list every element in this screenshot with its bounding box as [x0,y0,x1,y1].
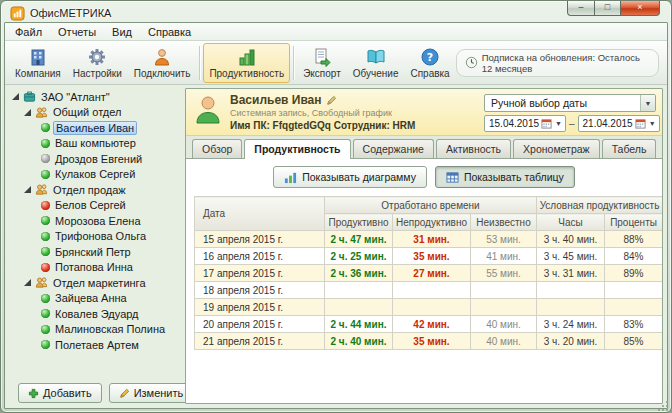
table-row[interactable]: 18 апреля 2015 г. [195,282,663,299]
show-diagram-button[interactable]: Показывать диаграмму [273,166,427,188]
tab-productivity[interactable]: Продуктивность [244,139,350,159]
cell-productive: 2 ч. 44 мин. [325,316,393,333]
date-to-value: 21.04.2015 [583,118,633,129]
table-row[interactable]: 15 апреля 2015 г.2 ч. 47 мин.31 мин.53 м… [195,231,663,248]
menu-reports[interactable]: Отчеты [50,25,104,39]
left-footer: Добавить Изменить [9,380,181,404]
cell-unknown [471,282,537,299]
tree-item[interactable]: Морозова Елена [9,213,181,229]
company-button[interactable]: Компания [9,43,67,83]
tree-item[interactable]: Трифонова Ольга [9,229,181,245]
status-dot-red [41,201,50,210]
employee-pc-label: Имя ПК: FfqgtedGQq Сотрудник: HRM [230,120,478,131]
menu-help[interactable]: Справка [140,25,199,39]
settings-button[interactable]: Настройки [67,43,128,83]
status-dot-red [41,263,50,272]
maximize-button[interactable]: □ [594,1,620,16]
toolbar: КомпанияНастройкиПодключитьПродуктивност… [5,41,667,85]
cell-productive: 2 ч. 47 мин. [325,231,393,248]
tree-root[interactable]: ЗАО "Атлант" [9,89,181,105]
cell-hours: 3 ч. 40 мин. [537,231,605,248]
cell-unproductive: 27 мин. [393,265,471,282]
tree-group[interactable]: Отдел продаж [9,182,181,198]
date-to-field[interactable]: 21.04.2015 ▼ [578,115,660,132]
table-row[interactable]: 20 апреля 2015 г.2 ч. 44 мин.42 мин.40 м… [195,316,663,333]
connect-button-label: Подключить [134,68,191,79]
date-from-field[interactable]: 15.04.2015 ▼ [484,115,566,132]
cell-date: 21 апреля 2015 г. [195,333,325,350]
menu-file[interactable]: Файл [7,25,50,39]
cell-unknown: 40 мин. [471,316,537,333]
show-table-label: Показывать таблицу [464,171,564,183]
cell-productive: 2 ч. 36 мин. [325,265,393,282]
status-dot-green [41,309,50,318]
help-button[interactable]: ?Справка [404,43,455,83]
show-table-button[interactable]: Показывать таблицу [435,166,575,188]
tree-item[interactable]: Полетаев Артем [9,337,181,353]
tree-item-label: Белов Сергей [53,199,128,211]
tree-item[interactable]: Белов Сергей [9,198,181,214]
tab-timekeeping[interactable]: Хронометраж [513,139,600,158]
date-mode-select[interactable]: Ручной выбор даты ▼ [484,94,656,112]
tree-item[interactable]: Зайцева Анна [9,291,181,307]
add-button[interactable]: Добавить [18,383,102,403]
tree-item[interactable]: Кулаков Сергей [9,167,181,183]
table-row[interactable]: 17 апреля 2015 г.2 ч. 36 мин.27 мин.55 м… [195,265,663,282]
employee-tree: ЗАО "Атлант"Общий отделВасильев ИванВаш … [9,88,181,380]
calendar-icon [541,118,552,129]
table-row[interactable]: 21 апреля 2015 г.2 ч. 40 мин.35 мин.40 м… [195,333,663,350]
app-icon [10,6,25,21]
titlebar[interactable]: ОфисМЕТРИКА – □ × [4,1,668,22]
tab-overview[interactable]: Обзор [192,139,242,158]
toolbar-buttons: КомпанияНастройкиПодключитьПродуктивност… [9,43,456,83]
close-button[interactable]: × [620,1,660,16]
tree-item[interactable]: Брянский Петр [9,244,181,260]
expand-arrow-icon[interactable] [23,108,32,117]
column-header-date: Дата [195,197,325,231]
productivity-button-label: Продуктивность [209,68,284,79]
minimize-button[interactable]: – [567,1,594,16]
expand-arrow-icon[interactable] [23,185,32,194]
tab-activity[interactable]: Активность [436,139,511,158]
education-button-label: Обучение [353,68,399,79]
cell-unknown: 41 мин. [471,248,537,265]
tree-root-label: ЗАО "Атлант" [39,91,112,103]
edit-button[interactable]: Изменить [109,383,194,403]
expand-arrow-icon[interactable] [23,278,32,287]
tree-item-label: Кулаков Сергей [53,168,137,180]
tree-group[interactable]: Отдел маркетинга [9,275,181,291]
cell-date: 20 апреля 2015 г. [195,316,325,333]
productivity-button[interactable]: Продуктивность [203,43,290,83]
subscription-status: Подписка на обновления: Осталось 12 меся… [456,49,659,77]
tree-item[interactable]: Потапова Инна [9,260,181,276]
tree-item-label: Васильев Иван [53,121,137,135]
resize-grip[interactable] [657,398,669,410]
tree-item[interactable]: Ваш компьютер [9,136,181,152]
cell-productive [325,299,393,316]
tree-company-icon [23,90,36,103]
tab-timesheet[interactable]: Табель [602,139,657,158]
export-button-label: Экспорт [303,68,341,79]
expand-arrow-icon[interactable] [11,92,20,101]
cell-unproductive: 31 мин. [393,231,471,248]
table-row[interactable]: 19 апреля 2015 г. [195,299,663,316]
left-panel: ЗАО "Атлант"Общий отделВасильев ИванВаш … [9,88,181,404]
clock-icon [465,56,478,69]
edit-name-icon[interactable] [326,95,337,106]
tree-item[interactable]: Ковалев Эдуард [9,306,181,322]
tree-item[interactable]: Дроздов Евгений [9,151,181,167]
employee-name: Васильев Иван [230,93,322,107]
export-button[interactable]: Экспорт [297,43,347,83]
table-row[interactable]: 16 апреля 2015 г.2 ч. 25 мин.35 мин.41 м… [195,248,663,265]
date-mode-value: Ручной выбор даты [491,97,587,109]
menu-view[interactable]: Вид [104,25,140,39]
education-button[interactable]: Обучение [347,43,405,83]
tree-group[interactable]: Общий отдел [9,105,181,121]
tree-item[interactable]: Васильев Иван [9,120,181,136]
employee-header: Васильев Иван Системная запись, Свободны… [186,89,662,136]
body-area: ЗАО "Атлант"Общий отделВасильев ИванВаш … [5,85,667,408]
tree-item[interactable]: Малиновская Полина [9,322,181,338]
connect-button[interactable]: Подключить [128,43,197,83]
tab-content[interactable]: Содержание [353,139,434,158]
app-window: ОфисМЕТРИКА – □ × ФайлОтчетыВидСправка К… [0,0,672,413]
